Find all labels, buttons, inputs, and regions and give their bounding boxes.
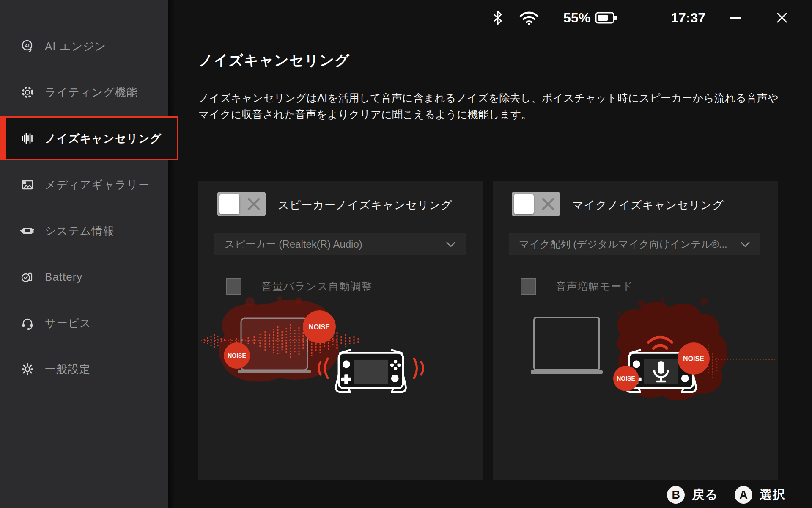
toggle-off-x-icon [247,198,261,210]
sidebar-item-label: AI エンジン [45,39,106,54]
toggle-knob [514,194,534,214]
wifi-icon [519,10,539,25]
speaker-noise-cancel-panel: スピーカーノイズキャンセリング スピーカー (Realtek(R) Audio)… [198,181,483,480]
mic-noise-illustration: NOISE NOISE [493,295,778,405]
speaker-device-select[interactable]: スピーカー (Realtek(R) Audio) [214,233,466,255]
sidebar-item-service[interactable]: サービス [0,301,168,345]
chevron-down-icon [740,241,750,247]
armoury-crate-window: AI AI エンジン ライティング機能 [0,0,812,508]
voice-boost-checkbox[interactable] [521,278,536,295]
sidebar-item-system-info[interactable]: システム情報 [0,209,168,253]
status-bar: 55% 17:37 [168,0,812,36]
speaker-nc-toggle[interactable] [217,192,266,216]
sidebar-item-label: 一般設定 [45,362,91,377]
sidebar-item-label: メディアギャラリー [45,177,150,192]
mic-device-select[interactable]: マイク配列 (デジタルマイク向けインテル®... [509,233,760,255]
ai-chat-icon: AI [20,39,35,53]
page-title: ノイズキャンセリング [198,51,350,70]
speaker-noise-illustration: NOISE NOISE [198,295,483,405]
minimize-button[interactable] [730,11,741,24]
sidebar-shadow [168,0,175,508]
mic-nc-title: マイクノイズキャンセリング [572,198,724,213]
gear-icon [20,362,35,376]
hint-select: A 選択 [735,486,786,504]
mic-nc-toggle[interactable] [512,192,560,216]
sidebar-item-battery[interactable]: Battery [0,255,168,299]
page-description: ノイズキャンセリングはAIを活用して音声に含まれるノイズを除去し、ボイスチャット… [198,90,786,123]
sidebar-item-label: システム情報 [45,224,114,238]
mic-device-value: マイク配列 (デジタルマイク向けインテル®... [519,237,735,251]
gamepad-b-button-icon: B [667,486,685,504]
hint-select-label: 選択 [760,486,786,503]
hint-back: B 戻る [667,486,719,504]
sidebar-item-general-settings[interactable]: 一般設定 [0,347,168,391]
svg-text:NOISE: NOISE [683,355,704,362]
sidebar-item-label: Battery [45,271,82,284]
handheld-console-icon [20,224,35,238]
voice-boost-label: 音声増幅モード [556,279,633,293]
svg-text:NOISE: NOISE [617,375,635,382]
mic-noise-cancel-panel: マイクノイズキャンセリング マイク配列 (デジタルマイク向けインテル®... 音… [493,181,778,480]
gamepad-a-button-icon: A [735,486,752,504]
sidebar-item-media-gallery[interactable]: メディアギャラリー [0,163,168,207]
sidebar-item-lighting[interactable]: ライティング機能 [0,70,168,114]
sidebar-item-label: サービス [45,316,91,331]
minimize-icon [730,17,741,19]
speaker-nc-title: スピーカーノイズキャンセリング [278,198,453,213]
close-button[interactable] [776,12,787,23]
battery-icon [595,11,618,25]
battery-clock-icon [20,270,35,284]
svg-text:NOISE: NOISE [309,323,330,331]
sidebar-item-label: ノイズキャンセリング [45,131,162,146]
toggle-off-x-icon [541,198,555,210]
battery-percent: 55% [563,10,590,26]
svg-text:NOISE: NOISE [228,352,246,359]
sidebar-item-ai-engine[interactable]: AI AI エンジン [0,24,168,68]
hint-back-label: 戻る [692,486,719,503]
bluetooth-icon [493,11,503,25]
lighting-ring-icon [20,85,35,99]
audio-waveform-icon [20,131,35,146]
chevron-down-icon [446,241,456,247]
media-gallery-icon [20,177,35,192]
speaker-device-value: スピーカー (Realtek(R) Audio) [225,237,441,251]
sidebar: AI AI エンジン ライティング機能 [0,0,168,508]
clock: 17:37 [671,10,705,26]
gamepad-hints: B 戻る A 選択 [651,486,786,504]
headset-icon [20,316,35,330]
toggle-knob [219,194,239,214]
auto-volume-balance-label: 音量バランス自動調整 [261,279,372,293]
auto-volume-balance-checkbox[interactable] [226,278,241,295]
svg-text:AI: AI [25,43,30,48]
sidebar-item-noise-cancelling[interactable]: ノイズキャンセリング [0,116,178,160]
sidebar-item-label: ライティング機能 [45,85,138,100]
